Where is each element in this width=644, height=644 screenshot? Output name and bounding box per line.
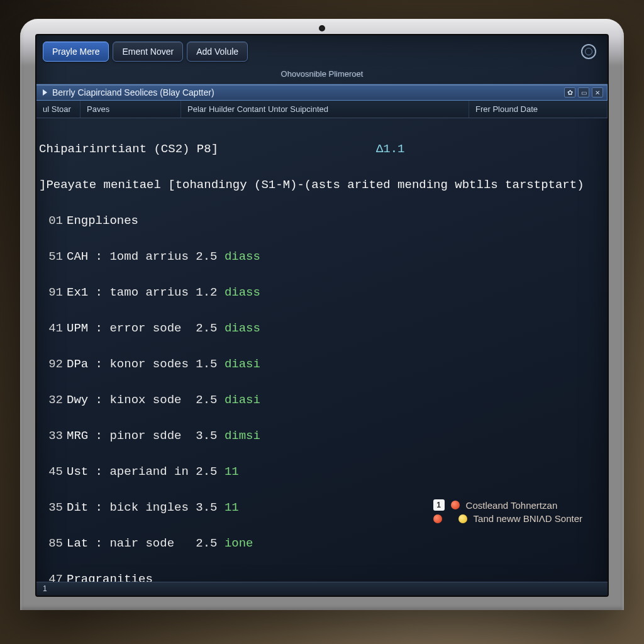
red-dot-icon [433,514,442,523]
data-row: 32Dwy : kinox sode 2.5 diasi [39,391,608,409]
webcam [319,25,325,31]
data-row: 92DPa : konor sodes 1.5 diasi [39,355,608,374]
data-row: 33MRG : pinor sdde 3.5 dimsi [39,427,608,445]
data-row: 51CAH : 1omd arrius 2.5 diass [39,248,608,266]
primary-action-button[interactable]: Prayle Mere [43,42,109,62]
col-4[interactable]: Frer Plound Date [469,101,608,118]
col-3[interactable]: Pelar Huilder Contant Untor Suipcinted [181,101,469,118]
toolbar-button-2[interactable]: Ement Nover [113,42,183,62]
yellow-dot-icon [458,514,467,523]
laptop-frame: Prayle Mere Ement Nover Add Volule Ohovo… [20,19,624,610]
data-row: 45Ust : aperiand in 2.5 11 [39,463,608,481]
status-left: 1 [43,584,47,593]
data-row: 41UPM : error sode 2.5 diass [39,319,608,338]
section-engpliones: 01Engpliones [39,212,608,230]
screen: Prayle Mere Ement Nover Add Volule Ohovo… [35,34,609,597]
legend-panel: 1 Costleand Tohnertzan Tand neww BNIΛD S… [433,497,582,526]
app-subtitle: Ohovosnible Plimeroet [36,67,608,84]
data-row: 85Lat : nair sode 2.5 ione [39,535,608,553]
settings-icon[interactable] [564,87,575,97]
red-dot-icon [451,501,460,509]
minimize-button[interactable]: ▭ [578,87,589,97]
arrow-right-icon [43,89,47,96]
toolbar-button-3[interactable]: Add Volule [187,42,248,62]
col-2[interactable]: Paves [80,101,181,118]
status-bar: 1 [36,582,608,596]
header-line-1: Chipairinrtiant (CS2) P8] Δ1.1 [39,140,608,158]
window-titlebar: Berrly Ciapirciand Seolices (Blay Captte… [36,84,608,101]
data-row: 91Ex1 : tamo arrius 1.2 diass [39,284,608,302]
legend-label-1: Costleand Tohnertzan [466,500,558,511]
window-title: Berrly Ciapirciand Seolices (Blay Captte… [52,87,564,97]
legend-row-2: Tand neww BNIΛD Sonter [433,513,582,524]
top-toolbar: Prayle Mere Ement Nover Add Volule [36,35,608,67]
close-button[interactable]: ✕ [592,87,603,97]
column-headers: ul Stoar Paves Pelar Huilder Contant Unt… [36,101,608,118]
legend-label-2: Tand neww BNIΛD Sonter [474,513,582,524]
col-1[interactable]: ul Stoar [36,101,80,118]
header-line-2: ]Peayate menitael [tohandingy (S1-M)-(as… [39,176,608,194]
legend-badge: 1 [433,499,445,511]
brand-logo-icon [581,44,596,59]
legend-row-1: 1 Costleand Tohnertzan [433,499,582,511]
